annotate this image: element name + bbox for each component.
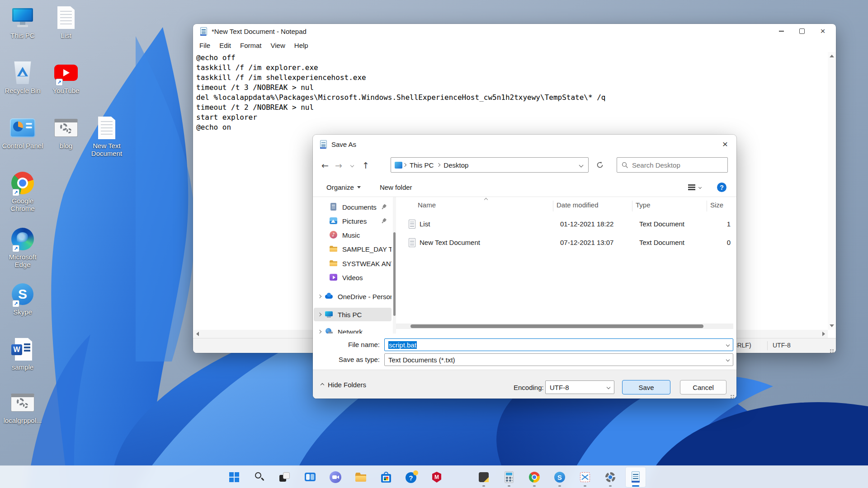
- minimize-button[interactable]: [771, 24, 792, 38]
- save-button[interactable]: Save: [622, 380, 670, 394]
- desktop-icon-control-panel[interactable]: Control Panel: [2, 115, 43, 150]
- taskbar-desktops-icon[interactable]: [275, 467, 295, 487]
- recent-locations-dropdown[interactable]: [345, 159, 359, 172]
- desktop-icon-sample[interactable]: W sample: [2, 336, 43, 371]
- dialog-close-button[interactable]: ×: [717, 137, 733, 151]
- desktop-icon-new-text-document[interactable]: New Text Document: [86, 115, 127, 157]
- sidebar-item-label: Pictures: [342, 217, 381, 225]
- file-row-list[interactable]: List 01-12-2021 18:22 Text Document 1: [396, 215, 733, 234]
- sidebar-scrollbar[interactable]: [393, 197, 396, 333]
- column-headers: NameDate modifiedTypeSize: [396, 199, 736, 213]
- search-box[interactable]: [617, 157, 728, 173]
- taskbar-mcafee-icon[interactable]: M: [427, 467, 447, 487]
- expand-chevron-icon[interactable]: [318, 313, 321, 316]
- pin-icon: [379, 216, 388, 225]
- cancel-button[interactable]: Cancel: [680, 380, 726, 394]
- organize-button[interactable]: Organize: [326, 183, 361, 191]
- column-header-size[interactable]: Size: [710, 201, 723, 209]
- desktop-icon-skype[interactable]: S ↗ Skype: [2, 281, 43, 316]
- close-button[interactable]: ×: [812, 24, 833, 38]
- sidebar-item-systweak-anti[interactable]: SYSTWEAK ANTI: [314, 257, 392, 270]
- hide-folders-button[interactable]: Hide Folders: [321, 381, 366, 389]
- taskbar-chrome-icon[interactable]: [524, 467, 544, 487]
- search-input[interactable]: [632, 161, 727, 169]
- scroll-up-icon[interactable]: [830, 55, 834, 57]
- sidebar-item-documents[interactable]: Documents: [314, 200, 392, 214]
- sidebar-item-onedrive-person[interactable]: OneDrive - Person: [314, 290, 392, 303]
- list-view-icon: [688, 184, 695, 185]
- desktop-icon-grid: This PC List Recycle Bin ↗ YouTube Contr…: [0, 0, 136, 465]
- column-divider: [553, 201, 553, 211]
- encoding-dropdown[interactable]: UTF-8: [545, 380, 614, 394]
- desktop-icon-list[interactable]: List: [45, 5, 87, 39]
- file-row-new-text-document[interactable]: New Text Document 07-12-2021 13:07 Text …: [396, 234, 733, 252]
- refresh-button[interactable]: [592, 157, 608, 173]
- dialog-titlebar[interactable]: Save As: [313, 135, 736, 154]
- desktop-icon-recycle-bin[interactable]: Recycle Bin: [2, 60, 43, 94]
- vertical-scrollbar[interactable]: [828, 52, 835, 330]
- taskbar-notes-app-icon[interactable]: [474, 467, 494, 487]
- scroll-right-icon[interactable]: [822, 332, 825, 336]
- column-header-name[interactable]: Name: [418, 201, 436, 209]
- address-dropdown-icon[interactable]: [579, 163, 584, 167]
- save-type-dropdown[interactable]: Text Documents (*.txt): [384, 353, 733, 366]
- file-list-horizontal-scrollbar[interactable]: [396, 324, 733, 329]
- column-header-date-modified[interactable]: Date modified: [557, 201, 599, 209]
- taskbar-notepad-icon[interactable]: [626, 467, 646, 487]
- scrollbar-thumb[interactable]: [410, 324, 703, 328]
- sidebar-item-this-pc[interactable]: This PC: [314, 308, 392, 321]
- desktop-icon-blog[interactable]: blog: [45, 115, 87, 150]
- sidebar-item-videos[interactable]: Videos: [314, 271, 392, 284]
- column-divider: [707, 201, 707, 211]
- taskbar-task-view-icon[interactable]: [300, 467, 320, 487]
- resize-grip[interactable]: [828, 345, 834, 351]
- resize-grip[interactable]: [729, 391, 734, 396]
- file-name-input[interactable]: script.bat: [384, 338, 733, 351]
- notepad-app-icon: [200, 27, 207, 36]
- menu-view[interactable]: View: [266, 40, 290, 51]
- taskbar-calculator-icon[interactable]: [499, 467, 519, 487]
- file-name: List: [420, 220, 430, 228]
- scroll-left-icon[interactable]: [196, 332, 199, 336]
- taskbar-snipping-tool-icon[interactable]: [575, 467, 595, 487]
- desktop-icon-localgrppol[interactable]: localgrppol...: [2, 389, 43, 424]
- taskbar-start-icon[interactable]: [224, 467, 244, 487]
- up-button[interactable]: ↑: [359, 159, 373, 172]
- desktop-icon-youtube[interactable]: ↗ YouTube: [45, 60, 87, 94]
- sidebar-item-sample-day-to[interactable]: SAMPLE_DAY TO: [314, 242, 392, 256]
- desktop-icon-this-pc[interactable]: This PC: [2, 5, 43, 39]
- sidebar-item-pictures[interactable]: Pictures: [314, 214, 392, 228]
- view-options-button[interactable]: [688, 184, 701, 190]
- back-button[interactable]: ←: [318, 159, 332, 172]
- scroll-down-icon[interactable]: [830, 324, 834, 327]
- forward-button[interactable]: →: [332, 159, 345, 172]
- taskbar-chat-icon[interactable]: [326, 467, 345, 487]
- expand-chevron-icon[interactable]: [318, 330, 321, 333]
- breadcrumb-this-pc[interactable]: This PC: [407, 161, 436, 169]
- chevron-down-icon[interactable]: [726, 343, 730, 347]
- taskbar-file-explorer-icon[interactable]: [351, 467, 371, 487]
- help-button[interactable]: ?: [717, 183, 726, 192]
- sidebar-item-network[interactable]: Network: [314, 325, 392, 333]
- new-folder-button[interactable]: New folder: [380, 183, 412, 191]
- column-header-type[interactable]: Type: [636, 201, 651, 209]
- scrollbar-thumb[interactable]: [393, 232, 396, 316]
- taskbar-get-help-icon[interactable]: ?: [401, 467, 421, 487]
- notepad-titlebar[interactable]: *New Text Document - Notepad: [193, 24, 836, 38]
- menu-edit[interactable]: Edit: [215, 40, 236, 51]
- taskbar-store-icon[interactable]: [376, 467, 396, 487]
- menu-format[interactable]: Format: [236, 40, 266, 51]
- expand-chevron-icon[interactable]: [318, 295, 321, 298]
- taskbar-search-icon[interactable]: [250, 467, 269, 487]
- maximize-button[interactable]: [792, 24, 812, 38]
- address-bar[interactable]: This PC Desktop: [391, 157, 589, 173]
- taskbar-settings-icon[interactable]: [600, 467, 620, 487]
- menu-help[interactable]: Help: [290, 40, 313, 51]
- navigation-pane: Documents Pictures Music SAMPLE_DAY TO S…: [313, 197, 392, 333]
- taskbar-skype-icon[interactable]: S: [550, 467, 570, 487]
- desktop-icon-microsoft-edge[interactable]: ↗ Microsoft Edge: [2, 226, 43, 268]
- menu-file[interactable]: File: [195, 40, 215, 51]
- desktop-icon-google-chrome[interactable]: ↗ Google Chrome: [2, 170, 43, 212]
- breadcrumb-desktop[interactable]: Desktop: [441, 161, 471, 169]
- sidebar-item-music[interactable]: Music: [314, 228, 392, 242]
